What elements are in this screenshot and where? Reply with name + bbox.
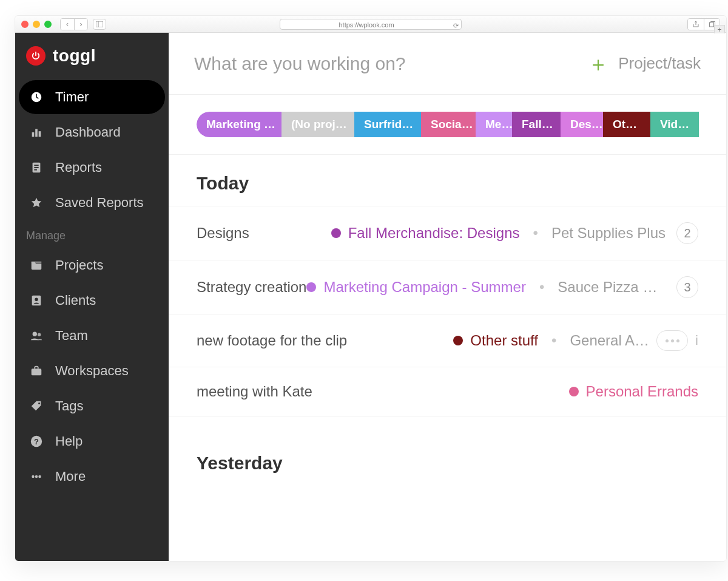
sidebar-item-label: Team <box>55 328 88 344</box>
entry-client-name: Sauce Pizza P… <box>558 279 666 296</box>
svg-rect-10 <box>34 169 37 171</box>
address-bar: https://wplook.com ⟳ <box>280 19 462 30</box>
project-pill[interactable]: Me… <box>476 112 512 137</box>
share-button[interactable] <box>688 19 704 30</box>
project-color-dot <box>453 336 463 345</box>
sidebar-section-manage: Manage <box>15 221 169 247</box>
svg-rect-8 <box>34 165 38 166</box>
sidebar-item-team[interactable]: Team <box>19 319 165 353</box>
reload-icon[interactable]: ⟳ <box>453 20 459 31</box>
project-color-dot <box>569 387 579 396</box>
project-task-label: Project/task <box>618 54 701 73</box>
section-heading-yesterday: Yesterday <box>169 435 726 486</box>
maximize-window-icon[interactable] <box>44 21 52 28</box>
brand: toggl <box>15 40 169 79</box>
browser-window: ‹ › https://wplook.com ⟳ + <box>15 15 727 562</box>
doc-icon <box>29 160 44 175</box>
entry-client-name: Pet Supplies Plus <box>551 225 666 242</box>
time-entry-row[interactable]: new footage for the clipOther stuff•Gene… <box>169 314 726 367</box>
nav-manage: ProjectsClientsTeamWorkspacesTags?HelpMo… <box>15 248 169 494</box>
bars-icon <box>29 124 44 140</box>
entry-client-name: General A… <box>570 332 649 349</box>
project-pill[interactable]: Socia… <box>421 112 476 137</box>
project-pill[interactable]: Fall… <box>512 112 561 137</box>
url-field[interactable]: https://wplook.com ⟳ <box>280 19 462 30</box>
entry-project: Personal Errands <box>569 383 698 400</box>
svg-rect-4 <box>32 132 35 137</box>
more-icon <box>29 469 44 484</box>
entry-count-badge[interactable]: 2 <box>676 222 698 244</box>
project-pill[interactable]: (No proj… <box>281 112 354 137</box>
project-pill[interactable]: Marketing … <box>197 112 281 137</box>
svg-rect-16 <box>32 369 42 375</box>
entry-count-badge[interactable]: 3 <box>676 276 698 298</box>
new-tab-button[interactable]: + <box>714 25 725 33</box>
sidebar-item-more[interactable]: More <box>19 460 165 494</box>
people-icon <box>29 328 44 344</box>
sidebar-item-label: Projects <box>55 257 103 273</box>
sidebar-item-label: Help <box>55 433 83 449</box>
time-entry-row[interactable]: meeting with KatePersonal Errands <box>169 367 726 416</box>
entry-project-name: Other stuff <box>470 332 538 349</box>
sidebar-item-projects[interactable]: Projects <box>19 248 165 282</box>
separator-dot: • <box>533 225 538 242</box>
sidebar-item-reports[interactable]: Reports <box>19 151 165 185</box>
project-pill-label: Vid… <box>660 118 689 131</box>
sidebar-item-workspaces[interactable]: Workspaces <box>19 354 165 388</box>
svg-rect-5 <box>35 129 38 137</box>
sidebar-item-timer[interactable]: Timer <box>19 80 165 114</box>
project-pill[interactable]: Des… <box>561 112 603 137</box>
separator-dot: • <box>539 279 544 296</box>
forward-button[interactable]: › <box>74 19 87 30</box>
sidebar-item-label: Dashboard <box>55 124 121 140</box>
sidebar-toggle-button[interactable] <box>93 19 106 30</box>
sidebar-item-dashboard[interactable]: Dashboard <box>19 115 165 149</box>
entry-title: meeting with Kate <box>197 383 312 400</box>
close-window-icon[interactable] <box>21 21 29 28</box>
project-task-button[interactable]: ＋ Project/task <box>588 53 701 74</box>
sidebar-item-label: More <box>55 469 86 484</box>
entry-project-name: Fall Merchandise: Designs <box>348 225 520 242</box>
folder-icon <box>29 257 44 273</box>
sidebar-item-clients[interactable]: Clients <box>19 284 165 318</box>
time-entry-row[interactable]: DesignsFall Merchandise: Designs•Pet Sup… <box>169 206 726 260</box>
svg-rect-6 <box>39 131 41 137</box>
app-shell: toggl TimerDashboardReportsSaved Reports… <box>15 33 726 561</box>
svg-point-21 <box>35 475 38 478</box>
svg-point-17 <box>38 403 40 404</box>
minimize-window-icon[interactable] <box>33 21 40 28</box>
entry-project: Other stuff•General A… <box>453 332 649 349</box>
entry-trailing-text: i <box>695 333 698 348</box>
plus-icon: ＋ <box>588 53 608 74</box>
sidebar-item-saved-reports[interactable]: Saved Reports <box>19 186 165 220</box>
sidebar-item-label: Clients <box>55 293 96 308</box>
entry-title: new footage for the clip <box>197 332 347 349</box>
separator-dot: • <box>551 332 556 349</box>
sidebar-item-label: Reports <box>55 160 102 175</box>
sidebar-item-help[interactable]: ?Help <box>19 424 165 458</box>
clock-icon <box>29 89 44 105</box>
tag-icon <box>29 398 44 414</box>
time-entry-row[interactable]: Strategy creationMarketing Campaign - Su… <box>169 260 726 314</box>
project-pill-label: Marketing … <box>206 118 275 131</box>
svg-point-14 <box>33 332 37 336</box>
sidebar-item-tags[interactable]: Tags <box>19 389 165 423</box>
svg-point-20 <box>32 475 34 478</box>
project-pill[interactable]: Vid… <box>650 112 699 137</box>
entries-today: DesignsFall Merchandise: Designs•Pet Sup… <box>169 206 726 416</box>
browser-titlebar: ‹ › https://wplook.com ⟳ + <box>15 16 726 33</box>
sidebar-item-label: Saved Reports <box>55 195 144 211</box>
url-text: https://wplook.com <box>339 21 394 29</box>
task-input[interactable] <box>194 53 588 74</box>
entry-more-button[interactable] <box>656 330 688 351</box>
section-heading-today: Today <box>169 155 726 206</box>
project-pill-label: Me… <box>485 118 512 131</box>
back-button[interactable]: ‹ <box>61 19 74 30</box>
brand-power-icon <box>26 46 46 66</box>
project-pill[interactable]: Ot… <box>603 112 650 137</box>
entry-project: Marketing Campaign - Summer•Sauce Pizza … <box>306 279 666 296</box>
svg-rect-9 <box>34 167 38 168</box>
project-pill[interactable]: Surfrid… <box>354 112 421 137</box>
main-content: ＋ Project/task Marketing …(No proj…Surfr… <box>169 33 726 561</box>
project-pill-label: Surfrid… <box>364 118 413 131</box>
